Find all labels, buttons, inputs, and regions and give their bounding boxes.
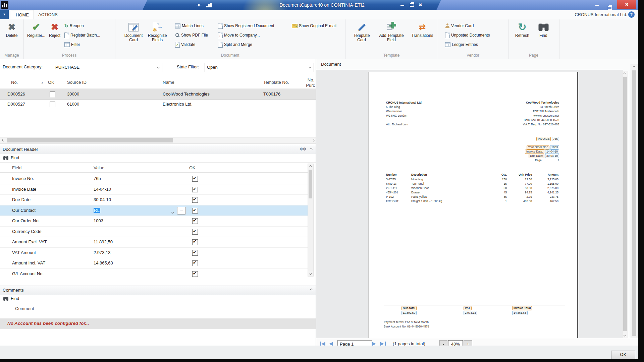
field-value[interactable]: 2.973,13 bbox=[94, 250, 111, 255]
ledger-entries-button[interactable]: Ledger Entries bbox=[445, 42, 478, 48]
field-row[interactable]: Our ContactRL... bbox=[0, 205, 308, 216]
tab-actions[interactable]: ACTIONS bbox=[34, 10, 62, 19]
field-ok-checkbox[interactable] bbox=[192, 229, 198, 236]
scroll-left-button[interactable] bbox=[0, 137, 6, 143]
state-filter-select[interactable]: Open bbox=[205, 63, 314, 72]
field-row[interactable]: Invoice Date14-04-10 bbox=[0, 184, 308, 195]
field-value[interactable]: 1003 bbox=[94, 218, 103, 223]
dropdown-chevron-icon[interactable] bbox=[172, 209, 174, 214]
translations-button[interactable]: ⇄ Translations bbox=[409, 21, 436, 38]
show-original-email-button[interactable]: ✓ Show Original E-mail bbox=[292, 23, 336, 29]
scroll-right-button[interactable] bbox=[310, 137, 316, 143]
field-ok-checkbox[interactable] bbox=[192, 250, 198, 257]
field-row[interactable]: Due Date30-04-10 bbox=[0, 195, 308, 205]
comments-section-bar[interactable]: Comments bbox=[0, 286, 316, 295]
add-template-field-button[interactable]: Add Template Field bbox=[376, 21, 407, 42]
move-to-company-button[interactable]: ↓ Move to Company... bbox=[218, 32, 260, 38]
field-ok-checkbox[interactable] bbox=[192, 197, 198, 204]
scrollbar-thumb[interactable] bbox=[7, 138, 173, 142]
field-value-editor[interactable]: RL bbox=[94, 208, 100, 213]
field-value[interactable]: 14-04-10 bbox=[94, 187, 111, 192]
unposted-documents-button[interactable]: Unposted Documents bbox=[445, 32, 490, 38]
column-name[interactable]: Name bbox=[163, 80, 174, 85]
window-maximize-button[interactable] bbox=[608, 6, 612, 10]
field-row[interactable]: Amount Incl. VAT14.865,63 bbox=[0, 258, 308, 269]
scroll-up-button[interactable] bbox=[308, 164, 313, 169]
refresh-button[interactable]: ↻ Refresh bbox=[513, 21, 532, 38]
comment-row[interactable]: No Account has been configured for... bbox=[0, 318, 316, 329]
field-ok-checkbox[interactable] bbox=[192, 239, 198, 246]
find-link[interactable]: Find bbox=[11, 155, 19, 160]
scroll-up-button[interactable] bbox=[631, 64, 637, 70]
find-button[interactable]: Find bbox=[535, 21, 552, 38]
scrollbar-thumb[interactable] bbox=[623, 77, 627, 331]
field-row[interactable]: Amount Excl. VAT11.892,50 bbox=[0, 237, 308, 248]
scroll-up-button[interactable] bbox=[623, 71, 627, 76]
column-ok[interactable]: OK bbox=[48, 80, 54, 85]
signal-icon[interactable] bbox=[206, 3, 213, 7]
field-value[interactable]: 765 bbox=[94, 176, 101, 181]
row-ok-checkbox[interactable] bbox=[50, 102, 55, 108]
show-registered-document-button[interactable]: Show Registered Document bbox=[218, 23, 274, 29]
find-link[interactable]: Find bbox=[11, 296, 19, 301]
template-card-button[interactable]: Template Card bbox=[350, 21, 373, 42]
lookup-ellipsis-button[interactable]: ... bbox=[177, 207, 186, 215]
inner-restore-button[interactable] bbox=[410, 3, 414, 7]
column-field[interactable]: Field bbox=[12, 165, 21, 170]
field-ok-checkbox[interactable] bbox=[192, 260, 198, 267]
field-value[interactable]: 30-04-10 bbox=[94, 197, 111, 202]
application-menu-button[interactable]: ▼ bbox=[0, 10, 9, 19]
table-row[interactable]: D00052761000Electronics Ltd. bbox=[0, 99, 316, 109]
reject-button[interactable]: ✖ Reject bbox=[47, 21, 62, 38]
document-card-button[interactable]: Document Card bbox=[122, 21, 145, 42]
scroll-down-button[interactable] bbox=[308, 271, 313, 276]
row-ok-checkbox[interactable] bbox=[50, 92, 55, 98]
reopen-button[interactable]: ↻ Reopen bbox=[64, 23, 84, 29]
document-category-select[interactable]: PURCHASE bbox=[53, 63, 162, 72]
inner-minimize-button[interactable] bbox=[400, 5, 404, 6]
match-lines-button[interactable]: Match Lines bbox=[175, 23, 204, 29]
help-icon[interactable]: ? bbox=[628, 11, 635, 18]
register-batch-button[interactable]: Register Batch... bbox=[64, 32, 100, 38]
field-ok-checkbox[interactable] bbox=[192, 271, 198, 278]
column-no[interactable]: No. bbox=[11, 80, 18, 85]
split-merge-button[interactable]: Split and Merge bbox=[218, 42, 252, 48]
field-row[interactable]: VAT Amount2.973,13 bbox=[0, 248, 308, 258]
field-row[interactable]: Currency Code bbox=[0, 227, 308, 237]
column-comment[interactable]: Comment bbox=[15, 306, 34, 311]
window-minimize-button[interactable] bbox=[595, 5, 599, 6]
filter-button[interactable]: Filter bbox=[64, 42, 80, 48]
collapse-icon[interactable] bbox=[310, 289, 313, 291]
list-horizontal-scrollbar[interactable] bbox=[0, 137, 316, 144]
window-close-button[interactable]: ✖ bbox=[617, 0, 636, 9]
validate-button[interactable]: ✓ Validate bbox=[175, 42, 195, 48]
show-pdf-button[interactable]: Show PDF File bbox=[175, 32, 208, 38]
field-row[interactable]: Our Order No.1003 bbox=[0, 216, 308, 227]
vendor-card-button[interactable]: Vendor Card bbox=[445, 23, 474, 29]
ok-button[interactable]: OK bbox=[611, 351, 635, 359]
table-row[interactable]: D00052630000CoolWood TechnologiesT000176 bbox=[0, 89, 316, 100]
field-value[interactable]: 14.865,63 bbox=[94, 260, 113, 265]
page-scrollbar[interactable] bbox=[631, 64, 638, 348]
column-ok[interactable]: OK bbox=[189, 165, 196, 170]
field-ok-checkbox[interactable] bbox=[192, 187, 198, 193]
scrollbar-thumb[interactable] bbox=[309, 170, 312, 198]
collapse-icon[interactable] bbox=[310, 148, 313, 150]
recognize-fields-button[interactable]: →✻ Recognize Fields bbox=[146, 21, 169, 42]
scrollbar-thumb[interactable] bbox=[632, 70, 636, 336]
scroll-down-button[interactable] bbox=[623, 333, 627, 338]
pin-icon[interactable] bbox=[196, 4, 202, 6]
document-header-section-bar[interactable]: Document Header ✻✻ bbox=[0, 145, 316, 154]
field-ok-checkbox[interactable] bbox=[192, 176, 198, 183]
preview-scrollbar[interactable] bbox=[622, 71, 628, 338]
delete-button[interactable]: ✖ Delete bbox=[2, 21, 22, 38]
column-value[interactable]: Value bbox=[94, 165, 104, 170]
field-ok-checkbox[interactable] bbox=[192, 218, 198, 225]
column-template-no[interactable]: Template No. bbox=[263, 80, 289, 85]
column-no-purch-line1[interactable]: No. bbox=[304, 77, 314, 82]
field-grid-scrollbar[interactable] bbox=[308, 164, 314, 277]
field-row[interactable]: Invoice No.765 bbox=[0, 174, 308, 184]
field-ok-checkbox[interactable] bbox=[192, 208, 198, 215]
customize-icon[interactable]: ✻✻ bbox=[300, 147, 306, 152]
inner-close-button[interactable]: ✖ bbox=[419, 2, 422, 8]
